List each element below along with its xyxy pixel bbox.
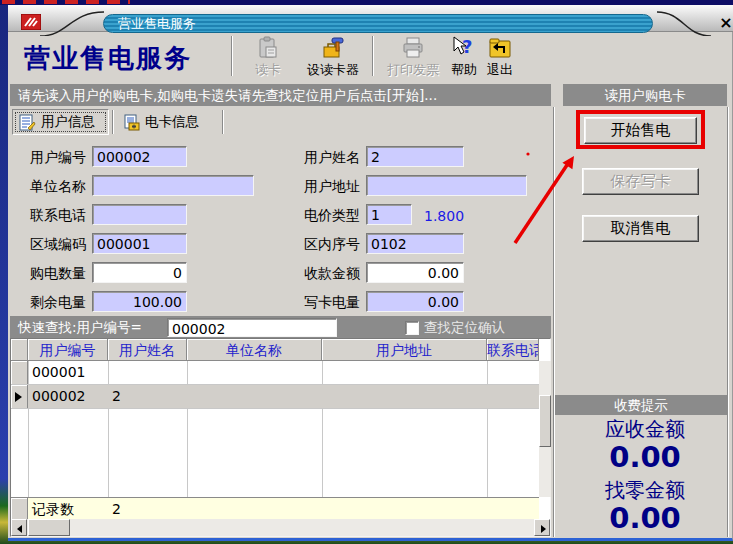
help-button[interactable]: ? 帮助 [446,35,482,79]
table-footer: 记录数 2 [11,497,539,520]
user-name-field[interactable]: 2 [366,146,464,167]
tab-separator [222,110,224,134]
record-count-label: 记录数 [28,498,108,520]
price-rate-text: 1.800 [424,208,464,224]
titlebar-pill: 营业售电服务 [103,14,653,33]
amount-received-field[interactable]: 0.00 [366,262,464,283]
read-card-button: 读卡 [238,35,298,79]
tab-card-info[interactable]: 电卡信息 [117,109,212,135]
phone-field[interactable] [92,204,187,225]
scroll-left-arrow[interactable] [11,519,27,536]
user-id-label: 用户编号 [30,149,86,167]
user-info-icon [19,114,36,131]
help-icon: ? [451,35,477,61]
horizontal-scrollbar-thumb[interactable] [28,519,70,536]
table-header-user-id[interactable]: 用户编号 [28,339,108,361]
purchase-qty-label: 购电数量 [30,265,86,283]
right-arrow-icon [541,525,546,533]
table-header-user-name[interactable]: 用户姓名 [108,339,187,361]
company-field[interactable] [92,175,254,196]
user-table: 用户编号 用户姓名 单位名称 用户地址 联系电话 000001 000002 2 [10,338,551,537]
table-header-phone[interactable]: 联系电话 [487,339,539,361]
print-invoice-icon [400,35,426,61]
amount-received-label: 收款金额 [304,265,360,283]
user-id-field[interactable]: 000002 [92,146,187,167]
vertical-scrollbar-thumb[interactable] [539,395,551,447]
cell-company[interactable] [187,361,322,384]
cell-phone[interactable] [487,385,539,408]
annotation-highlight-box [576,110,705,149]
horizontal-scrollbar[interactable] [11,519,550,536]
record-count-value: 2 [108,498,187,520]
cell-address[interactable] [322,361,487,384]
titlebar[interactable]: 营业售电服务 × [8,5,733,32]
set-reader-button[interactable]: 设读卡器 [298,35,368,79]
read-card-label: 读卡 [255,62,281,77]
left-arrow-icon [17,525,22,533]
panel-divider [553,107,555,537]
tab-separator [112,110,114,134]
footer-stub [11,498,28,520]
cell-phone[interactable] [487,361,539,384]
titlebar-curve-right [653,10,713,36]
card-write-energy-label: 写卡电量 [304,294,360,312]
set-reader-label: 设读卡器 [307,62,359,77]
row-selector-stub[interactable] [11,361,28,384]
toolbar-separator [372,36,374,76]
table-header-stub [11,339,28,361]
fee-panel-title-bar: 收费提示 [555,395,727,415]
cancel-sale-button[interactable]: 取消售电 [582,215,699,242]
user-name-label: 用户姓名 [304,149,360,167]
panel-divider [727,107,729,537]
table-header-address[interactable]: 用户地址 [322,339,487,361]
price-type-field[interactable]: 1 [366,204,412,225]
cell-address[interactable] [322,385,487,408]
tab-user-info-label: 用户信息 [41,113,95,131]
phone-label: 联系电话 [30,207,86,225]
address-label: 用户地址 [304,178,360,196]
row-selector-stub[interactable] [11,385,28,408]
exit-icon [487,35,513,61]
read-card-icon [255,35,281,61]
remaining-energy-field[interactable]: 100.00 [92,291,187,312]
table-row-selected[interactable]: 000002 2 [11,385,539,409]
search-input[interactable]: 000002 [167,318,337,337]
cell-company[interactable] [187,385,322,408]
right-panel-title-bar: 读用户购电卡 [563,84,727,106]
area-code-label: 区域编码 [30,236,86,254]
tab-user-info[interactable]: 用户信息 [12,109,109,135]
amount-due-label: 应收金额 [563,416,727,443]
table-header-company[interactable]: 单位名称 [187,339,322,361]
tab-card-info-label: 电卡信息 [145,113,199,131]
scroll-right-arrow[interactable] [534,519,550,536]
table-row[interactable]: 000001 [11,361,539,385]
quick-search-label: 快速查找:用户编号= [18,319,142,335]
confirm-locate-checkbox[interactable] [405,321,419,335]
window-title: 营业售电服务 [118,16,196,31]
cell-user-id[interactable]: 000001 [28,361,108,384]
vertical-scrollbar[interactable] [539,361,551,497]
toolbar-separator [231,36,233,76]
status-message: 请先读入用户的购电卡,如购电卡遗失请先查找定位用户后点击[开始]... [18,87,437,103]
card-info-icon [123,114,140,131]
confirm-locate-label: 查找定位确认 [424,319,505,337]
cell-user-id[interactable]: 000002 [28,385,108,408]
purchase-qty-field[interactable]: 0 [92,262,187,283]
exit-button[interactable]: 退出 [482,35,518,79]
area-serial-field[interactable]: 0102 [366,233,464,254]
set-reader-icon [320,35,346,61]
close-button[interactable]: × [716,14,733,32]
cell-user-name[interactable]: 2 [108,385,187,408]
company-label: 单位名称 [30,178,86,196]
remaining-energy-label: 剩余电量 [30,294,86,312]
area-code-field[interactable]: 000001 [92,233,187,254]
print-invoice-button: 打印发票 [376,35,450,79]
amount-due-value: 0.00 [563,440,727,474]
save-write-card-button: 保存写卡 [582,168,699,195]
cell-user-name[interactable] [108,361,187,384]
price-type-label: 电价类型 [304,207,360,225]
card-write-energy-field[interactable]: 0.00 [366,291,464,312]
address-field[interactable] [366,175,527,196]
current-row-marker-icon [15,392,22,402]
screen: 营业售电服务 × 营业售电服务 读卡 设读卡器 [0,0,733,544]
